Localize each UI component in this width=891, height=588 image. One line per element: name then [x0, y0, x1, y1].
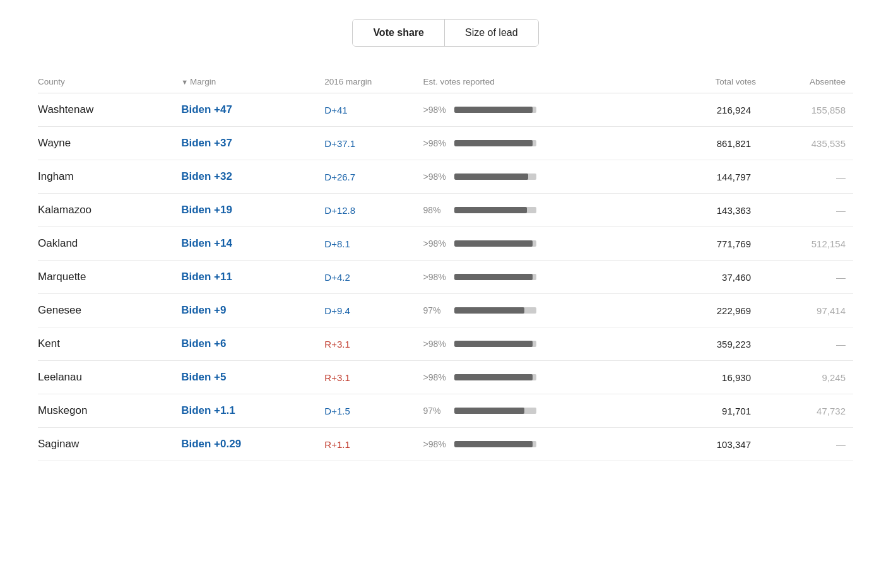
table-row: GeneseeBiden +9D+9.497%222,96997,414	[38, 294, 853, 327]
total-votes-value: 37,460	[656, 261, 764, 294]
county-name: Kent	[38, 327, 181, 361]
absentee-value: 9,245	[764, 361, 853, 394]
table-row: KalamazooBiden +19D+12.898%143,363—	[38, 194, 853, 227]
total-votes-value: 144,797	[656, 160, 764, 194]
progress-bar-container	[454, 408, 536, 414]
toggle-bar: Vote share Size of lead	[38, 19, 853, 47]
county-name: Saginaw	[38, 428, 181, 461]
total-votes-value: 861,821	[656, 127, 764, 160]
col-est-votes: Est. votes reported	[423, 72, 656, 93]
margin-value: Biden +9	[181, 294, 324, 327]
absentee-value: 435,535	[764, 127, 853, 160]
margin-2016-value: D+12.8	[324, 194, 423, 227]
absentee-value: 512,154	[764, 227, 853, 261]
table-row: WayneBiden +37D+37.1>98%861,821435,535	[38, 127, 853, 160]
progress-bar-fill	[454, 140, 533, 146]
absentee-value: —	[764, 160, 853, 194]
margin-value: Biden +11	[181, 261, 324, 294]
margin-2016-value: D+4.2	[324, 261, 423, 294]
county-name: Ingham	[38, 160, 181, 194]
est-pct-label: >98%	[423, 105, 448, 115]
est-votes-cell: >98%	[423, 361, 656, 394]
est-pct-label: >98%	[423, 238, 448, 249]
margin-value: Biden +0.29	[181, 428, 324, 461]
margin-2016-value: R+1.1	[324, 428, 423, 461]
progress-bar-fill	[454, 274, 533, 280]
progress-bar-fill	[454, 441, 533, 447]
est-votes-inner: >98%	[423, 138, 648, 148]
margin-2016-value: D+26.7	[324, 160, 423, 194]
margin-2016-value: R+3.1	[324, 361, 423, 394]
margin-value: Biden +6	[181, 327, 324, 361]
est-votes-inner: >98%	[423, 172, 648, 182]
absentee-value: —	[764, 327, 853, 361]
progress-bar-fill	[454, 374, 533, 380]
est-votes-inner: >98%	[423, 272, 648, 282]
est-votes-cell: >98%	[423, 261, 656, 294]
absentee-value: —	[764, 428, 853, 461]
table-row: KentBiden +6R+3.1>98%359,223—	[38, 327, 853, 361]
progress-bar-container	[454, 207, 536, 213]
margin-value: Biden +19	[181, 194, 324, 227]
est-votes-cell: >98%	[423, 227, 656, 261]
margin-2016-value: D+41	[324, 93, 423, 127]
est-votes-cell: >98%	[423, 160, 656, 194]
progress-bar-container	[454, 441, 536, 447]
progress-bar-container	[454, 140, 536, 146]
table-row: MuskegonBiden +1.1D+1.597%91,70147,732	[38, 394, 853, 428]
progress-bar-fill	[454, 408, 524, 414]
est-votes-cell: >98%	[423, 127, 656, 160]
total-votes-value: 91,701	[656, 394, 764, 428]
county-name: Washtenaw	[38, 93, 181, 127]
table-row: SaginawBiden +0.29R+1.1>98%103,347—	[38, 428, 853, 461]
table-row: LeelanauBiden +5R+3.1>98%16,9309,245	[38, 361, 853, 394]
col-total-votes: Total votes	[656, 72, 764, 93]
progress-bar-container	[454, 240, 536, 247]
est-pct-label: >98%	[423, 272, 448, 282]
county-name: Marquette	[38, 261, 181, 294]
toggle-group: Vote share Size of lead	[352, 19, 538, 47]
margin-value: Biden +37	[181, 127, 324, 160]
est-pct-label: 97%	[423, 305, 448, 315]
margin-2016-value: D+37.1	[324, 127, 423, 160]
est-votes-inner: >98%	[423, 372, 648, 382]
size-of-lead-button[interactable]: Size of lead	[445, 20, 538, 46]
county-name: Kalamazoo	[38, 194, 181, 227]
total-votes-value: 103,347	[656, 428, 764, 461]
col-margin-2016: 2016 margin	[324, 72, 423, 93]
total-votes-value: 222,969	[656, 294, 764, 327]
total-votes-value: 216,924	[656, 93, 764, 127]
est-pct-label: 97%	[423, 406, 448, 416]
margin-2016-value: D+9.4	[324, 294, 423, 327]
absentee-value: —	[764, 261, 853, 294]
county-name: Wayne	[38, 127, 181, 160]
absentee-value: 47,732	[764, 394, 853, 428]
absentee-value: —	[764, 194, 853, 227]
est-pct-label: >98%	[423, 172, 448, 182]
county-name: Genesee	[38, 294, 181, 327]
absentee-value: 155,858	[764, 93, 853, 127]
est-votes-inner: >98%	[423, 238, 648, 249]
total-votes-value: 771,769	[656, 227, 764, 261]
table-header-row: County ▼Margin 2016 margin Est. votes re…	[38, 72, 853, 93]
est-pct-label: >98%	[423, 339, 448, 349]
table-row: WashtenawBiden +47D+41>98%216,924155,858	[38, 93, 853, 127]
progress-bar-fill	[454, 207, 526, 213]
progress-bar-container	[454, 341, 536, 347]
total-votes-value: 16,930	[656, 361, 764, 394]
col-absentee: Absentee	[764, 72, 853, 93]
margin-2016-value: R+3.1	[324, 327, 423, 361]
est-pct-label: 98%	[423, 205, 448, 215]
est-votes-cell: >98%	[423, 327, 656, 361]
vote-share-button[interactable]: Vote share	[353, 20, 445, 46]
est-votes-cell: >98%	[423, 428, 656, 461]
county-name: Leelanau	[38, 361, 181, 394]
margin-value: Biden +14	[181, 227, 324, 261]
est-votes-inner: >98%	[423, 105, 648, 115]
est-votes-cell: >98%	[423, 93, 656, 127]
progress-bar-container	[454, 374, 536, 380]
margin-value: Biden +47	[181, 93, 324, 127]
est-votes-cell: 97%	[423, 294, 656, 327]
margin-2016-value: D+1.5	[324, 394, 423, 428]
page-container: Vote share Size of lead County ▼Margin 2…	[0, 0, 891, 480]
